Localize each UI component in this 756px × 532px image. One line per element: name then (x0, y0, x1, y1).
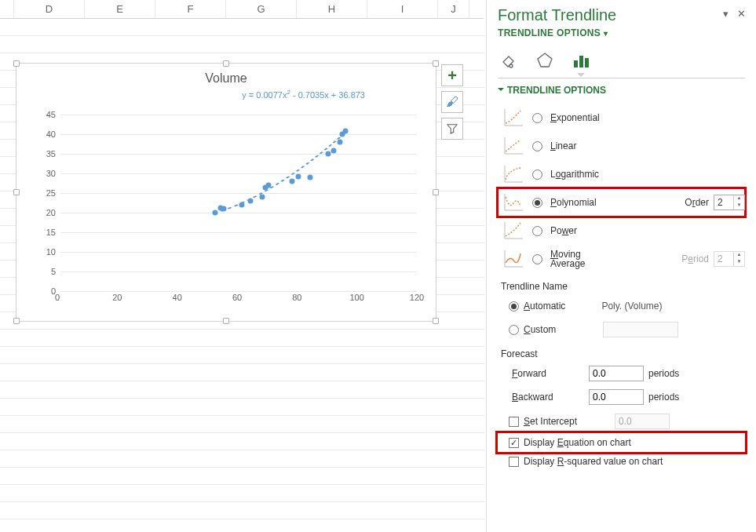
pane-subtitle[interactable]: TRENDLINE OPTIONS▾ (498, 27, 745, 38)
svg-rect-0 (574, 60, 578, 67)
order-label: Order (685, 197, 709, 208)
trendline-equation[interactable]: y = 0.0077x2 - 0.7035x + 36.873 (16, 89, 436, 100)
col-header[interactable]: H (297, 0, 367, 18)
periods-label: periods (648, 368, 679, 379)
col-header[interactable]: J (438, 0, 469, 18)
resize-handle[interactable] (13, 189, 20, 195)
set-intercept-input (615, 414, 670, 429)
display-equation-row[interactable]: Display Equation on chart (498, 433, 745, 452)
forward-input[interactable] (589, 366, 644, 381)
linear-icon (502, 135, 524, 157)
funnel-icon (447, 123, 458, 134)
option-label: Polynomial (550, 197, 597, 208)
dropdown-icon: ▾ (604, 29, 608, 38)
chart-title[interactable]: Volume (16, 64, 436, 89)
chart-styles-button[interactable]: 🖌 (441, 91, 463, 113)
radio-custom[interactable] (509, 325, 519, 335)
display-r2-label: Display R-squared value on chart (524, 456, 663, 467)
trendline-name-header: Trendline Name (501, 281, 745, 292)
backward-input[interactable] (589, 389, 644, 405)
option-label: MovingAverage (550, 250, 585, 268)
option-exponential[interactable]: Exponential (498, 104, 745, 132)
data-point[interactable] (331, 148, 337, 154)
order-spinner[interactable]: 2▲▼ (714, 195, 745, 210)
option-polynomial[interactable]: Polynomial Order 2▲▼ (498, 188, 745, 217)
fill-line-tab[interactable] (498, 49, 520, 71)
col-header[interactable]: D (14, 0, 85, 18)
spreadsheet: D E F G H I J Volume y = 0.0077x2 - 0.70… (0, 0, 484, 532)
brush-icon: 🖌 (446, 95, 458, 109)
spin-down-icon[interactable]: ▼ (734, 202, 744, 210)
close-pane-icon[interactable]: ✕ (736, 8, 747, 19)
radio-automatic[interactable] (509, 301, 519, 312)
effects-tab[interactable] (534, 49, 556, 71)
checkbox[interactable] (509, 417, 519, 427)
radio[interactable] (532, 254, 542, 264)
custom-name-input[interactable] (603, 322, 678, 337)
data-point[interactable] (248, 199, 254, 204)
option-logarithmic[interactable]: Logarithmic (498, 160, 745, 188)
pentagon-icon (535, 51, 554, 70)
section-header[interactable]: TRENDLINE OPTIONS (498, 85, 745, 96)
option-label: Logarithmic (550, 169, 599, 180)
resize-handle[interactable] (433, 318, 439, 324)
svg-rect-1 (579, 56, 583, 67)
col-header[interactable]: G (226, 0, 297, 18)
checkbox[interactable] (509, 438, 519, 448)
data-point[interactable] (221, 206, 227, 212)
trendline-options-tab[interactable] (570, 49, 592, 71)
data-point[interactable] (343, 129, 349, 134)
svg-rect-2 (585, 58, 589, 67)
chart-flyout-buttons: + 🖌 (441, 64, 463, 144)
chart-filter-button[interactable] (441, 118, 463, 140)
radio[interactable] (532, 141, 542, 151)
radio[interactable] (532, 226, 542, 236)
power-icon (502, 220, 524, 242)
col-header[interactable]: F (155, 0, 226, 18)
data-point[interactable] (290, 179, 295, 184)
option-moving-average[interactable]: MovingAverage Period 2▲▼ (498, 245, 745, 273)
set-intercept-row[interactable]: Set Intercept (498, 410, 745, 433)
resize-handle[interactable] (13, 318, 20, 324)
custom-label: Custom (524, 324, 556, 335)
x-axis[interactable]: 0 20 40 60 80 100 120 (57, 293, 417, 308)
radio[interactable] (532, 113, 542, 123)
option-power[interactable]: Power (498, 217, 745, 245)
pane-title: Format Trendline (498, 6, 745, 24)
embedded-chart[interactable]: Volume y = 0.0077x2 - 0.7035x + 36.873 4… (16, 63, 436, 322)
checkbox[interactable] (509, 457, 519, 467)
resize-handle[interactable] (13, 60, 20, 67)
data-point[interactable] (212, 210, 217, 216)
resize-handle[interactable] (223, 60, 229, 67)
option-linear[interactable]: Linear (498, 132, 745, 160)
move-pane-icon[interactable]: ▾ (720, 8, 731, 19)
plus-icon: + (447, 67, 457, 85)
forecast-header: Forecast (501, 348, 745, 359)
radio[interactable] (532, 169, 542, 180)
resize-handle[interactable] (433, 189, 439, 195)
set-intercept-label: Set Intercept (524, 416, 577, 427)
plot-inner (60, 115, 417, 291)
paint-bucket-icon (499, 51, 518, 70)
data-point[interactable] (260, 195, 265, 200)
polynomial-icon (502, 191, 524, 213)
spin-up-icon[interactable]: ▲ (734, 195, 744, 202)
data-point[interactable] (295, 173, 301, 179)
col-header[interactable]: I (367, 0, 438, 18)
data-point[interactable] (325, 151, 331, 157)
chart-elements-button[interactable]: + (441, 64, 463, 86)
y-axis[interactable]: 45 40 35 30 25 20 15 10 5 0 (40, 115, 57, 291)
forward-label: Forward (498, 368, 584, 379)
data-point[interactable] (265, 183, 271, 188)
data-point[interactable] (337, 140, 342, 145)
logarithmic-icon (502, 163, 524, 185)
data-point[interactable] (239, 202, 244, 208)
data-point[interactable] (307, 175, 312, 180)
resize-handle[interactable] (223, 318, 229, 324)
col-header[interactable]: E (85, 0, 155, 18)
period-spinner: 2▲▼ (714, 251, 745, 267)
resize-handle[interactable] (433, 60, 439, 67)
display-r2-row[interactable]: Display R-squared value on chart (498, 452, 745, 471)
bar-chart-icon (572, 51, 590, 70)
radio[interactable] (532, 198, 542, 208)
